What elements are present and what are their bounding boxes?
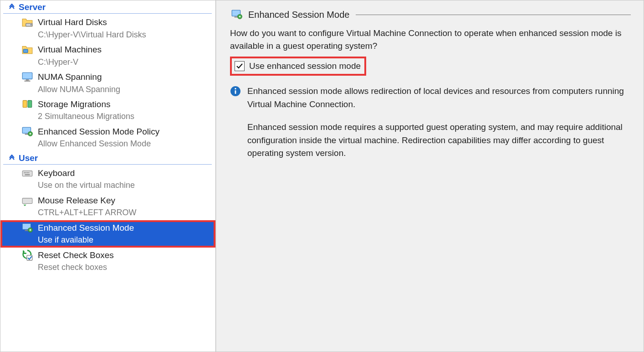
nav-item-numa[interactable]: NUMA SpanningAllow NUMA Spanning (0, 69, 215, 97)
chevron-up-icon (8, 154, 16, 162)
info-text: Enhanced session mode allows redirection… (247, 85, 631, 170)
nav-item-title: Virtual Machines (38, 44, 102, 56)
settings-pane: Enhanced Session Mode How do you want to… (216, 0, 644, 352)
pane-title: Enhanced Session Mode (248, 10, 349, 20)
nav-item-subtitle: CTRL+ALT+LEFT ARROW (38, 207, 136, 218)
nav-item-reset[interactable]: Reset Check BoxesReset check boxes (0, 248, 215, 275)
nav-item-subtitle: Use on the virtual machine (38, 180, 135, 191)
chevron-up-icon (8, 3, 16, 11)
pane-description: How do you want to configure Virtual Mac… (230, 27, 631, 52)
header-rule (356, 15, 631, 15)
nav-item-title: NUMA Spanning (38, 71, 120, 83)
keyboard-arrow-icon (21, 195, 33, 207)
nav-item-title: Reset Check Boxes (38, 249, 114, 261)
monitor-gear-icon (21, 222, 33, 234)
nav-item-title: Enhanced Session Mode (38, 222, 134, 234)
nav-item-title: Keyboard (38, 167, 135, 179)
settings-nav: ServerVirtual Hard DisksC:\Hyper-V\Virtu… (0, 0, 216, 352)
nav-item-esm-policy[interactable]: Enhanced Session Mode PolicyAllow Enhanc… (0, 124, 215, 151)
nav-item-title: Storage Migrations (38, 98, 134, 110)
monitor-gear-icon (21, 126, 33, 138)
settings-window: ServerVirtual Hard DisksC:\Hyper-V\Virtu… (0, 0, 644, 352)
nav-item-title: Virtual Hard Disks (38, 16, 146, 28)
nav-section-label: Server (19, 2, 46, 12)
nav-item-vhd[interactable]: Virtual Hard DisksC:\Hyper-V\Virtual Har… (0, 15, 215, 42)
nav-item-storage[interactable]: Storage Migrations2 Simultaneous Migrati… (0, 97, 215, 124)
use-enhanced-session-mode-checkbox[interactable]: Use enhanced session mode (230, 57, 366, 76)
monitor-gear-icon (230, 9, 244, 21)
nav-item-subtitle: 2 Simultaneous Migrations (38, 111, 134, 122)
nav-item-mouse-release[interactable]: Mouse Release KeyCTRL+ALT+LEFT ARROW (0, 193, 215, 220)
reset-check-icon (21, 249, 33, 261)
folder-disk-icon (21, 16, 33, 28)
nav-item-title: Mouse Release Key (38, 195, 136, 207)
nav-section-label: User (19, 153, 38, 163)
keyboard-icon (21, 167, 33, 179)
nav-item-esm[interactable]: Enhanced Session ModeUse if available (0, 220, 215, 248)
nav-item-subtitle: Allow Enhanced Session Mode (38, 138, 159, 149)
nav-item-vm[interactable]: Virtual MachinesC:\Hyper-V (0, 42, 215, 69)
drive-move-icon (21, 98, 33, 110)
info-block: Enhanced session mode allows redirection… (230, 85, 631, 170)
nav-item-subtitle: Allow NUMA Spanning (38, 84, 120, 95)
monitor-icon (21, 71, 33, 83)
checkbox-label: Use enhanced session mode (249, 61, 361, 71)
checkbox-box (235, 61, 245, 71)
info-paragraph-2: Enhanced session mode requires a support… (247, 121, 631, 160)
nav-item-keyboard[interactable]: KeyboardUse on the virtual machine (0, 166, 215, 193)
nav-item-subtitle: C:\Hyper-V\Virtual Hard Disks (38, 29, 146, 40)
nav-item-subtitle: Use if available (38, 234, 134, 245)
pane-header: Enhanced Session Mode (230, 9, 631, 21)
info-paragraph-1: Enhanced session mode allows redirection… (247, 85, 631, 111)
info-icon (230, 86, 241, 97)
nav-section-user[interactable]: User (3, 151, 212, 165)
nav-item-title: Enhanced Session Mode Policy (38, 126, 159, 138)
folder-vm-icon (21, 44, 33, 56)
nav-section-server[interactable]: Server (3, 0, 212, 14)
nav-item-subtitle: Reset check boxes (38, 262, 114, 273)
nav-item-subtitle: C:\Hyper-V (38, 57, 102, 67)
